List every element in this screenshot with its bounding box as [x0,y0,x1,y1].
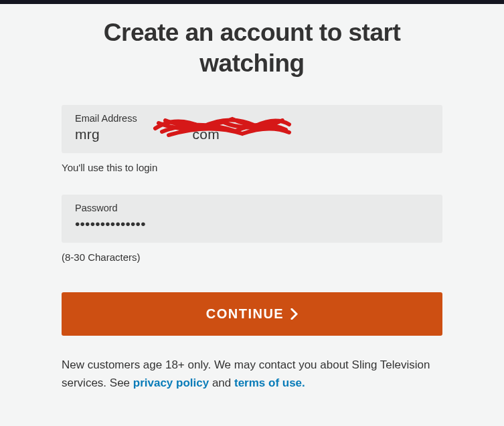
email-input-group: Email Address [62,105,442,153]
email-label: Email Address [75,113,429,124]
disclaimer-text: New customers age 18+ only. We may conta… [62,356,442,392]
signup-container: Create an account to start watching Emai… [0,4,504,392]
password-input-group: Password [62,195,442,243]
privacy-policy-link[interactable]: privacy policy [133,377,209,389]
continue-button[interactable]: CONTINUE [62,292,442,336]
page-title: Create an account to start watching [62,17,442,80]
password-helper: (8-30 Characters) [62,251,442,263]
continue-label: CONTINUE [206,306,284,322]
chevron-right-icon [290,308,298,320]
email-helper: You'll use this to login [62,162,442,173]
password-label: Password [75,203,429,213]
email-field[interactable] [75,126,429,142]
password-field[interactable] [75,216,429,232]
disclaimer-and: and [209,377,234,389]
terms-of-use-link[interactable]: terms of use. [234,377,305,389]
